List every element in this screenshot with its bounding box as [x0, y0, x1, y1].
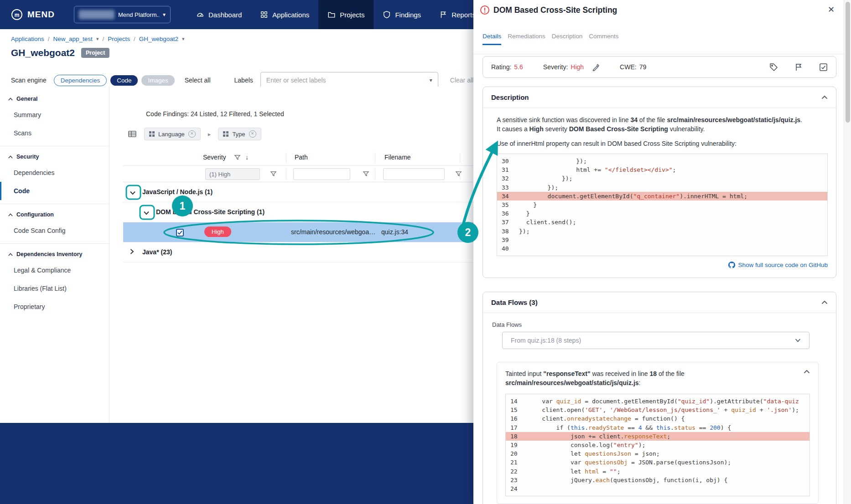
sidebar-item-summary[interactable]: Summary [0, 106, 109, 124]
table-view-icon[interactable] [128, 129, 137, 139]
findings-summary: Code Findings: 24 Listed, 12 Filtered, 1… [146, 110, 284, 118]
finding-row-selected[interactable]: High src/main/resources/webgoa… quiz.js:… [123, 222, 473, 242]
sort-descending-icon[interactable]: ↓ [245, 154, 249, 161]
column-header-path[interactable]: Path [295, 154, 308, 161]
main-nav: Dashboard Applications Projects Find [187, 0, 485, 29]
data-flows-card-header[interactable]: Data Flows (3) [483, 292, 836, 313]
reports-icon [439, 10, 447, 19]
rating-value: 5.6 [514, 63, 523, 71]
data-flows-body: Data Flows From quiz.js:18 (8 steps) Tai… [483, 313, 836, 504]
check-icon [177, 231, 182, 235]
edit-icon[interactable] [592, 63, 600, 71]
group-row-java[interactable]: Java* (23) [123, 242, 473, 262]
remove-chip-icon[interactable]: ✕ [188, 130, 196, 138]
collapse-chevron-up-icon[interactable] [821, 95, 828, 99]
sidebar-item-proprietary[interactable]: Proprietary [0, 298, 109, 316]
rating-label: Rating: [491, 63, 511, 71]
breadcrumb-projects[interactable]: Projects [108, 36, 130, 42]
sidebar-item-libraries-flat-list[interactable]: Libraries (Flat List) [0, 279, 109, 298]
description-title: Description [491, 93, 529, 101]
data-flows-title: Data Flows (3) [491, 298, 538, 306]
data-flow-dropdown[interactable]: From quiz.js:18 (8 steps) [502, 332, 809, 349]
collapse-chevron-up-icon[interactable] [821, 300, 828, 304]
flag-icon[interactable] [794, 63, 803, 71]
github-source-link[interactable]: Show full source code on GitHub [728, 262, 828, 268]
screen: m MEND Mend Platform... ▾ Dashboard Appl… [0, 0, 851, 504]
labels-label: Labels [234, 77, 253, 84]
sidebar-item-code[interactable]: Code [0, 182, 109, 200]
sidebar-item-scans[interactable]: Scans [0, 124, 109, 142]
vertical-scrollbar-thumb[interactable] [846, 2, 850, 123]
chevron-down-icon[interactable] [143, 209, 150, 216]
check-square-icon[interactable] [819, 63, 828, 72]
collapse-chevron-up-icon[interactable] [804, 370, 810, 374]
filter-funnel-icon[interactable] [270, 170, 277, 179]
nav-item-dashboard[interactable]: Dashboard [187, 0, 251, 29]
chevron-down-icon[interactable]: ▾ [96, 36, 99, 42]
filter-funnel-icon[interactable] [455, 170, 462, 179]
data-flow-step-header[interactable]: Tainted input "responseText" was receive… [505, 370, 810, 387]
sidebar-item-code-scan-config[interactable]: Code Scan Config [0, 221, 109, 240]
breadcrumb-gh-webgoat2[interactable]: GH_webgoat2 [139, 36, 178, 42]
filter-funnel-icon[interactable] [363, 170, 369, 179]
row-checkbox-checked[interactable] [176, 229, 184, 237]
tab-comments[interactable]: Comments [589, 33, 618, 45]
engine-pill-dependencies[interactable]: Dependencies [54, 75, 107, 86]
description-card-header[interactable]: Description [483, 87, 836, 108]
breadcrumb-applications[interactable]: Applications [11, 36, 44, 42]
brand: m MEND [11, 9, 55, 21]
group-row-javascript[interactable]: JavaScript / Node.js (1) [123, 182, 473, 202]
chevron-down-icon[interactable] [130, 189, 136, 196]
close-icon[interactable]: ✕ [828, 5, 835, 15]
sidebar-item-dependencies[interactable]: Dependencies [0, 164, 109, 182]
tag-icon[interactable] [769, 63, 778, 72]
filename-filter-input[interactable] [383, 168, 445, 180]
severity-filter-input[interactable] [205, 168, 260, 180]
tab-description[interactable]: Description [552, 33, 583, 45]
filter-chip-language[interactable]: Language ✕ [144, 128, 201, 140]
sidebar-header-configuration[interactable]: Configuration [0, 208, 109, 221]
github-link-label: Show full source code on GitHub [738, 262, 828, 268]
table-filter-row [123, 166, 473, 182]
remove-chip-icon[interactable]: ✕ [249, 130, 256, 138]
path-filter-input[interactable] [293, 168, 350, 180]
chevron-down-icon[interactable]: ▾ [182, 36, 185, 42]
column-header-severity[interactable]: Severity [203, 154, 226, 161]
description-paragraph: A sensitive sink function was discovered… [497, 115, 828, 134]
column-header-filename[interactable]: Filename [384, 154, 411, 161]
org-selector[interactable]: Mend Platform... ▾ [74, 6, 171, 23]
group-label: DOM Based Cross-Site Scripting (1) [156, 208, 265, 216]
engine-pill-images: Images [141, 75, 174, 86]
sidebar-header-general[interactable]: General [0, 92, 109, 106]
drawer-title: DOM Based Cross-Site Scripting [493, 5, 617, 15]
labels-select[interactable]: ▾ [260, 72, 438, 88]
nav-item-findings[interactable]: Findings [374, 0, 430, 29]
sidebar-section-general: General Summary Scans [0, 87, 109, 146]
chevron-right-icon[interactable] [130, 248, 134, 256]
sidebar-item-legal-compliance[interactable]: Legal & Compliance [0, 261, 109, 279]
group-row-dom-xss[interactable]: DOM Based Cross-Site Scripting (1) [123, 202, 473, 222]
github-icon [728, 262, 735, 268]
chevron-down-icon[interactable]: ▾ [430, 77, 432, 83]
tab-details[interactable]: Details [483, 33, 501, 45]
filter-funnel-icon[interactable] [234, 154, 241, 162]
nav-item-projects[interactable]: Projects [318, 0, 374, 29]
clear-all-link[interactable]: Clear all [450, 77, 473, 84]
labels-input[interactable] [266, 77, 430, 84]
cwe-value: 79 [639, 63, 647, 71]
tab-remediations[interactable]: Remediations [508, 33, 545, 45]
select-all-link[interactable]: Select all [185, 77, 211, 84]
column-separator [460, 168, 460, 180]
breadcrumb-new-app-test[interactable]: New_app_test [53, 36, 93, 42]
sidebar-header-dependencies-inventory[interactable]: Dependencies Inventory [0, 247, 109, 261]
filter-chip-type[interactable]: Type ✕ [218, 128, 261, 140]
sidebar-section-dependencies-inventory: Dependencies Inventory Legal & Complianc… [0, 244, 109, 319]
nav-item-applications[interactable]: Applications [251, 0, 318, 29]
chevron-up-icon [8, 155, 13, 159]
tainted-input-text: Tainted input "responseText" was receive… [505, 370, 685, 387]
engine-pill-code[interactable]: Code [110, 75, 138, 86]
mend-logo-icon: m [11, 9, 23, 21]
svg-text:m: m [15, 12, 20, 18]
description-body: A sensitive sink function was discovered… [483, 108, 836, 278]
sidebar-header-security[interactable]: Security [0, 150, 109, 164]
